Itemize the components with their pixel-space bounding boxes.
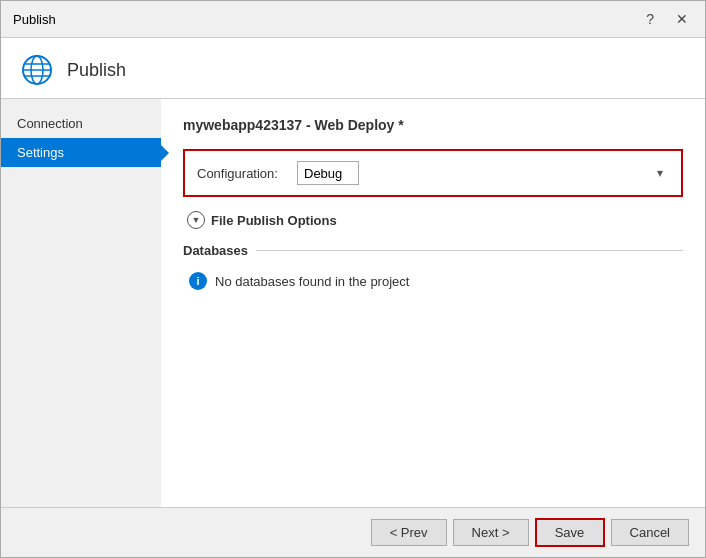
main-content: mywebapp423137 - Web Deploy * Configurat… <box>161 99 705 507</box>
configuration-label: Configuration: <box>197 166 287 181</box>
save-button[interactable]: Save <box>535 518 605 547</box>
header-title: Publish <box>67 60 126 81</box>
file-publish-row: ▼ File Publish Options <box>183 211 683 229</box>
prev-button[interactable]: < Prev <box>371 519 447 546</box>
footer: < Prev Next > Save Cancel <box>1 507 705 557</box>
profile-title: mywebapp423137 - Web Deploy * <box>183 117 683 133</box>
info-icon: i <box>189 272 207 290</box>
configuration-section: Configuration: Debug Release <box>183 149 683 197</box>
file-publish-label: File Publish Options <box>211 213 337 228</box>
content-area: Connection Settings mywebapp423137 - Web… <box>1 99 705 507</box>
publish-dialog: Publish ? ✕ Publish Connection Se <box>0 0 706 558</box>
databases-divider <box>256 250 683 251</box>
configuration-select[interactable]: Debug Release <box>297 161 359 185</box>
sidebar-item-connection[interactable]: Connection <box>1 109 161 138</box>
db-info-row: i No databases found in the project <box>183 272 683 290</box>
file-publish-toggle[interactable]: ▼ <box>187 211 205 229</box>
sidebar-item-settings[interactable]: Settings <box>1 138 161 167</box>
help-button[interactable]: ? <box>641 9 659 29</box>
close-button[interactable]: ✕ <box>671 9 693 29</box>
title-bar-title: Publish <box>13 12 56 27</box>
cancel-button[interactable]: Cancel <box>611 519 689 546</box>
next-button[interactable]: Next > <box>453 519 529 546</box>
databases-header: Databases <box>183 243 683 258</box>
globe-icon <box>19 52 55 88</box>
databases-title: Databases <box>183 243 248 258</box>
header-section: Publish <box>1 38 705 99</box>
title-bar: Publish ? ✕ <box>1 1 705 38</box>
configuration-select-wrapper: Debug Release <box>297 161 669 185</box>
databases-section: Databases i No databases found in the pr… <box>183 243 683 290</box>
db-info-text: No databases found in the project <box>215 274 409 289</box>
title-bar-controls: ? ✕ <box>641 9 693 29</box>
title-bar-left: Publish <box>13 12 56 27</box>
sidebar: Connection Settings <box>1 99 161 507</box>
